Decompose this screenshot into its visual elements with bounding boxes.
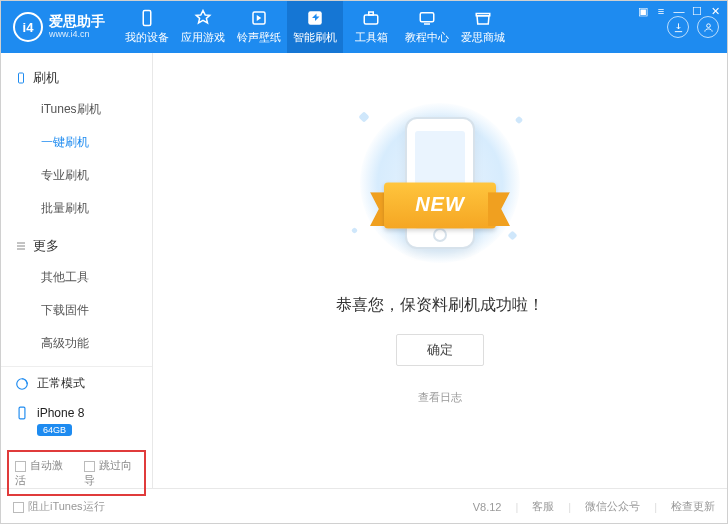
footer-link-kefu[interactable]: 客服 [532, 499, 554, 514]
svg-rect-4 [369, 12, 374, 15]
user-button[interactable] [697, 16, 719, 38]
tab-store[interactable]: 爱思商城 [455, 1, 511, 53]
skin-icon[interactable]: ▣ [637, 5, 649, 17]
footer-link-wechat[interactable]: 微信公众号 [585, 499, 640, 514]
sidebar-group-flash[interactable]: 刷机 [1, 63, 152, 93]
minimize-icon[interactable]: — [673, 5, 685, 17]
device-info[interactable]: iPhone 8 64GB [1, 400, 152, 446]
checkbox-skip-guide[interactable]: 跳过向导 [84, 458, 139, 488]
footer-link-update[interactable]: 检查更新 [671, 499, 715, 514]
menu-icon[interactable]: ≡ [655, 5, 667, 17]
device-mode[interactable]: 正常模式 [1, 366, 152, 400]
header: i4 爱思助手 www.i4.cn 我的设备 应用游戏 铃声壁纸 智能刷机 工具… [1, 1, 727, 53]
svg-rect-10 [19, 407, 25, 419]
sidebar: 刷机 iTunes刷机 一键刷机 专业刷机 批量刷机 更多 其他工具 下载固件 … [1, 53, 153, 488]
main-content: NEW 恭喜您，保资料刷机成功啦！ 确定 查看日志 [153, 53, 727, 488]
sidebar-item-oneclick-flash[interactable]: 一键刷机 [21, 126, 152, 159]
sidebar-group-more[interactable]: 更多 [1, 231, 152, 261]
svg-point-7 [706, 23, 710, 27]
tab-ringtones[interactable]: 铃声壁纸 [231, 1, 287, 53]
svg-rect-8 [19, 73, 24, 83]
logo: i4 爱思助手 www.i4.cn [13, 12, 105, 42]
svg-rect-5 [420, 13, 434, 22]
view-log-link[interactable]: 查看日志 [418, 390, 462, 405]
main-tabs: 我的设备 应用游戏 铃声壁纸 智能刷机 工具箱 教程中心 爱思商城 [119, 1, 663, 53]
device-storage-badge: 64GB [37, 424, 72, 436]
sidebar-item-other-tools[interactable]: 其他工具 [21, 261, 152, 294]
tab-my-device[interactable]: 我的设备 [119, 1, 175, 53]
sidebar-item-download-firmware[interactable]: 下载固件 [21, 294, 152, 327]
brand-name: 爱思助手 [49, 14, 105, 29]
sidebar-item-pro-flash[interactable]: 专业刷机 [21, 159, 152, 192]
svg-rect-6 [424, 23, 430, 25]
ok-button[interactable]: 确定 [396, 334, 484, 366]
svg-rect-0 [143, 11, 151, 26]
sidebar-item-batch-flash[interactable]: 批量刷机 [21, 192, 152, 225]
sidebar-item-advanced[interactable]: 高级功能 [21, 327, 152, 360]
download-button[interactable] [667, 16, 689, 38]
auto-options: 自动激活 跳过向导 [7, 450, 146, 496]
version-label: V8.12 [473, 501, 502, 513]
tab-apps[interactable]: 应用游戏 [175, 1, 231, 53]
tab-tutorial[interactable]: 教程中心 [399, 1, 455, 53]
logo-icon: i4 [13, 12, 43, 42]
window-controls: ▣ ≡ — ☐ ✕ [637, 5, 721, 17]
brand-url: www.i4.cn [49, 30, 105, 40]
checkbox-block-itunes[interactable]: 阻止iTunes运行 [13, 499, 105, 514]
svg-rect-3 [364, 15, 378, 24]
close-icon[interactable]: ✕ [709, 5, 721, 17]
success-illustration: NEW [340, 93, 540, 273]
new-ribbon: NEW [370, 182, 510, 228]
tab-flash[interactable]: 智能刷机 [287, 1, 343, 53]
sidebar-item-itunes-flash[interactable]: iTunes刷机 [21, 93, 152, 126]
checkbox-auto-activate[interactable]: 自动激活 [15, 458, 70, 488]
device-model: iPhone 8 [37, 406, 84, 420]
maximize-icon[interactable]: ☐ [691, 5, 703, 17]
tab-toolbox[interactable]: 工具箱 [343, 1, 399, 53]
success-message: 恭喜您，保资料刷机成功啦！ [336, 295, 544, 316]
